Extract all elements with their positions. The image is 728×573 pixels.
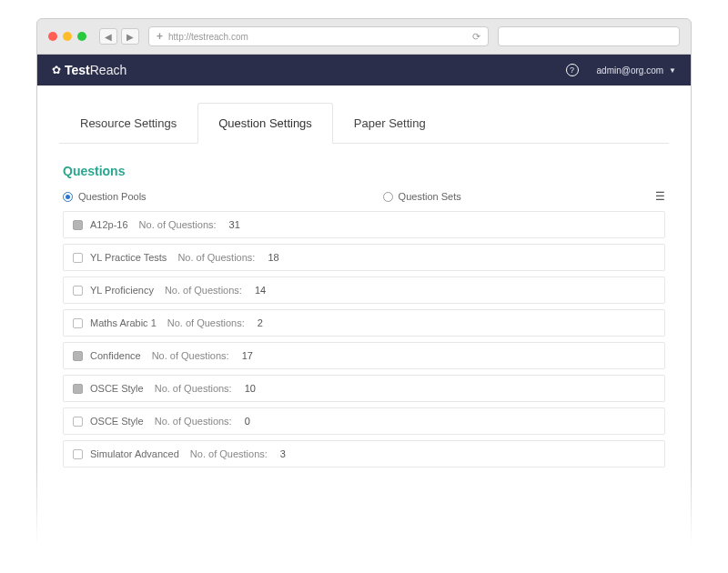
pool-name: Maths Arabic 1 [90,317,157,328]
pool-count: 3 [280,448,286,459]
forward-button[interactable]: ▶ [121,28,139,45]
radio-label: Question Pools [78,191,147,202]
content-area: Resource Settings Question Settings Pape… [37,85,691,563]
user-menu[interactable]: admin@org.com ▼ [597,65,676,75]
brand-icon: ✿ [52,64,61,76]
pool-row[interactable]: Maths Arabic 1No. of Questions:2 [63,309,665,337]
chevron-down-icon: ▼ [669,66,676,75]
tabs-bar: Resource Settings Question Settings Pape… [59,102,669,144]
pool-checkbox[interactable] [73,417,83,427]
pool-name: Simulator Advanced [90,448,179,459]
pool-checkbox[interactable] [73,384,83,394]
pool-count-label: No. of Questions: [165,285,242,296]
pool-count-label: No. of Questions: [155,383,232,394]
pool-count-label: No. of Questions: [167,317,245,328]
pool-row[interactable]: OSCE StyleNo. of Questions:10 [63,375,665,402]
pool-row[interactable]: A12p-16No. of Questions:31 [63,211,665,238]
app-header: ✿ TestReach ? admin@org.com ▼ [37,55,691,85]
browser-toolbar: ◀ ▶ + http://testreach.com ⟳ [36,18,692,55]
brand-prefix: Test [65,63,90,77]
radio-question-pools[interactable]: Question Pools [63,191,147,202]
brand-logo[interactable]: ✿ TestReach [52,63,126,77]
pool-name: A12p-16 [90,219,128,230]
pool-checkbox[interactable] [73,318,83,328]
url-text: http://testreach.com [168,32,248,42]
pool-count-label: No. of Questions: [155,416,232,427]
app-frame: ✿ TestReach ? admin@org.com ▼ Resource S… [36,55,692,564]
pool-count-label: No. of Questions: [177,252,255,263]
pool-row[interactable]: YL Practice TestsNo. of Questions:18 [63,244,665,271]
window-controls [48,32,86,41]
pool-count: 17 [242,350,253,361]
filter-row: Question Pools Question Sets ☰ [63,191,665,202]
tab-paper-setting[interactable]: Paper Setting [333,103,447,144]
pool-checkbox[interactable] [73,351,83,361]
user-label: admin@org.com [597,65,664,75]
pool-name: YL Proficiency [90,285,154,296]
maximize-window-icon[interactable] [77,32,86,41]
radio-label: Question Sets [399,191,461,202]
radio-question-sets[interactable]: Question Sets [383,191,461,202]
radio-icon [63,192,73,202]
pool-count: 14 [255,285,266,296]
pool-count: 18 [268,252,278,263]
tab-resource-settings[interactable]: Resource Settings [59,103,197,144]
pool-checkbox[interactable] [73,286,83,296]
pool-list: A12p-16No. of Questions:31YL Practice Te… [63,211,665,467]
back-button[interactable]: ◀ [99,28,117,45]
list-options-icon[interactable]: ☰ [655,191,665,202]
pool-checkbox[interactable] [73,253,83,263]
pool-name: Confidence [90,350,141,361]
pool-count: 31 [229,219,240,230]
pool-count-label: No. of Questions: [152,350,229,361]
pool-row[interactable]: ConfidenceNo. of Questions:17 [63,342,665,369]
url-bar[interactable]: + http://testreach.com ⟳ [148,26,489,46]
minimize-window-icon[interactable] [63,32,72,41]
tab-question-settings[interactable]: Question Settings [197,103,333,144]
section-title: Questions [63,164,665,178]
pool-name: YL Practice Tests [90,252,167,263]
pool-name: OSCE Style [90,416,144,427]
pool-count: 2 [258,317,263,328]
pool-row[interactable]: YL ProficiencyNo. of Questions:14 [63,276,665,304]
tab-label: Resource Settings [80,116,177,130]
pool-count: 0 [245,416,250,427]
pool-row[interactable]: OSCE StyleNo. of Questions:0 [63,407,665,435]
add-icon: + [157,30,163,43]
tab-label: Paper Setting [354,116,426,130]
browser-search-input[interactable] [498,26,680,46]
pool-count-label: No. of Questions: [190,448,268,459]
pool-checkbox[interactable] [73,220,83,230]
help-icon[interactable]: ? [566,64,579,76]
pool-checkbox[interactable] [73,449,83,459]
brand-suffix: Reach [90,63,126,77]
pool-row[interactable]: Simulator AdvancedNo. of Questions:3 [63,440,665,467]
pool-count-label: No. of Questions: [139,219,217,230]
nav-arrows: ◀ ▶ [99,28,139,45]
radio-icon [383,192,393,202]
pool-count: 10 [245,383,256,394]
close-window-icon[interactable] [48,32,57,41]
tab-label: Question Settings [218,116,312,130]
pool-name: OSCE Style [90,383,144,394]
refresh-icon[interactable]: ⟳ [472,31,480,43]
